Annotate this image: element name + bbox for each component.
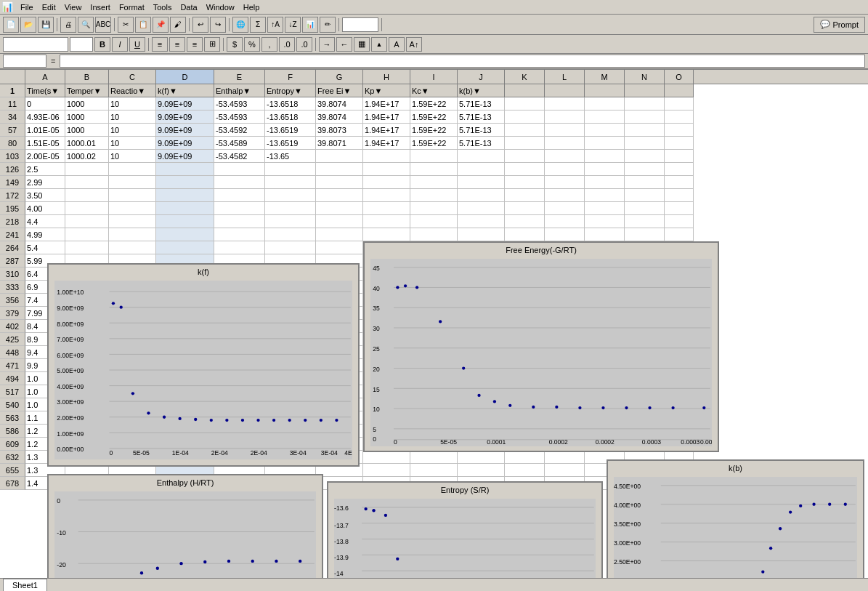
format-painter-button[interactable]: 🖌: [170, 17, 186, 33]
border-button[interactable]: ▦: [354, 37, 370, 52]
cell[interactable]: [585, 307, 625, 320]
cell[interactable]: 1000.02: [65, 150, 109, 163]
cell[interactable]: [265, 451, 316, 464]
cell[interactable]: [265, 189, 316, 202]
cell[interactable]: [214, 438, 265, 451]
cell[interactable]: [665, 438, 694, 451]
cell[interactable]: 1.0: [25, 398, 65, 411]
cell[interactable]: [316, 163, 363, 176]
cell[interactable]: [214, 425, 265, 438]
cell[interactable]: [109, 268, 156, 281]
cell[interactable]: [458, 359, 505, 372]
cell[interactable]: [156, 294, 214, 307]
cell[interactable]: 2.00E-05: [25, 150, 65, 163]
cell[interactable]: [65, 346, 109, 359]
cell[interactable]: k(b)▼: [458, 84, 505, 97]
cell[interactable]: [65, 294, 109, 307]
cell[interactable]: [214, 477, 265, 490]
cell[interactable]: [265, 215, 316, 228]
cell[interactable]: [156, 281, 214, 294]
cell[interactable]: 9.09E+09: [156, 124, 214, 137]
menu-data[interactable]: Data: [176, 1, 201, 13]
cell[interactable]: 5.4: [25, 241, 65, 254]
cell[interactable]: [458, 425, 505, 438]
cell[interactable]: [316, 215, 363, 228]
cell[interactable]: Kp▼: [363, 84, 410, 97]
cell[interactable]: [363, 451, 410, 464]
cell[interactable]: [214, 294, 265, 307]
cell[interactable]: 4.4: [25, 215, 65, 228]
cell[interactable]: [214, 372, 265, 385]
cell[interactable]: [545, 84, 585, 97]
cell[interactable]: [665, 241, 694, 254]
cell[interactable]: [156, 163, 214, 176]
cell[interactable]: [505, 124, 545, 137]
cell[interactable]: [505, 97, 545, 110]
cell[interactable]: [625, 268, 665, 281]
col-header-b[interactable]: B: [65, 70, 109, 84]
cell[interactable]: [109, 163, 156, 176]
cell[interactable]: [458, 398, 505, 411]
cell[interactable]: [625, 124, 665, 137]
cell[interactable]: 9.9: [25, 359, 65, 372]
cell[interactable]: [505, 294, 545, 307]
cell[interactable]: [214, 176, 265, 189]
cell[interactable]: [214, 398, 265, 411]
cell[interactable]: [214, 320, 265, 333]
cell[interactable]: [316, 464, 363, 477]
cell[interactable]: [410, 163, 458, 176]
cell[interactable]: [545, 294, 585, 307]
cell[interactable]: [109, 215, 156, 228]
cell[interactable]: [505, 372, 545, 385]
cell[interactable]: [665, 150, 694, 163]
cell[interactable]: [410, 425, 458, 438]
print-preview-button[interactable]: 🔍: [78, 17, 94, 33]
cell[interactable]: 6375.52: [265, 333, 316, 346]
cell[interactable]: -13.65: [265, 150, 316, 163]
cell[interactable]: [585, 385, 625, 398]
cell[interactable]: [585, 320, 625, 333]
cell[interactable]: [65, 477, 109, 490]
redo-button[interactable]: ↪: [210, 17, 226, 33]
cell[interactable]: 1.59E+22: [410, 124, 458, 137]
cell[interactable]: [505, 241, 545, 254]
cell[interactable]: [214, 254, 265, 268]
cell[interactable]: [625, 228, 665, 241]
cell[interactable]: [363, 150, 410, 163]
cell[interactable]: [625, 241, 665, 254]
cell[interactable]: [545, 281, 585, 294]
cell[interactable]: [109, 411, 156, 425]
cell[interactable]: -13.6519: [265, 137, 316, 150]
cell[interactable]: [665, 307, 694, 320]
cell[interactable]: [458, 163, 505, 176]
cell[interactable]: [625, 97, 665, 110]
cell[interactable]: 39.8074: [316, 110, 363, 124]
cell[interactable]: [265, 464, 316, 477]
cell[interactable]: [665, 411, 694, 425]
cell[interactable]: [410, 411, 458, 425]
cell[interactable]: [505, 150, 545, 163]
cell[interactable]: [65, 372, 109, 385]
cell[interactable]: [109, 228, 156, 241]
cell[interactable]: [410, 477, 458, 490]
cell[interactable]: [265, 254, 316, 268]
cell[interactable]: [505, 359, 545, 372]
cell[interactable]: [458, 372, 505, 385]
cell[interactable]: [545, 189, 585, 202]
cell[interactable]: [109, 425, 156, 438]
cell[interactable]: [585, 215, 625, 228]
cell[interactable]: 1.0: [25, 385, 65, 398]
cell[interactable]: 8.9: [25, 333, 65, 346]
cell[interactable]: [585, 189, 625, 202]
cell[interactable]: [65, 202, 109, 215]
cell[interactable]: 1.94E+17: [363, 97, 410, 110]
cell[interactable]: [545, 228, 585, 241]
outdent-button[interactable]: ←: [336, 37, 352, 52]
cell[interactable]: 4.00: [25, 202, 65, 215]
cell[interactable]: [625, 398, 665, 411]
cell[interactable]: [156, 346, 214, 359]
autosum-button[interactable]: Σ: [250, 17, 266, 33]
cell[interactable]: [410, 254, 458, 268]
cell[interactable]: [363, 425, 410, 438]
cell[interactable]: [65, 228, 109, 241]
